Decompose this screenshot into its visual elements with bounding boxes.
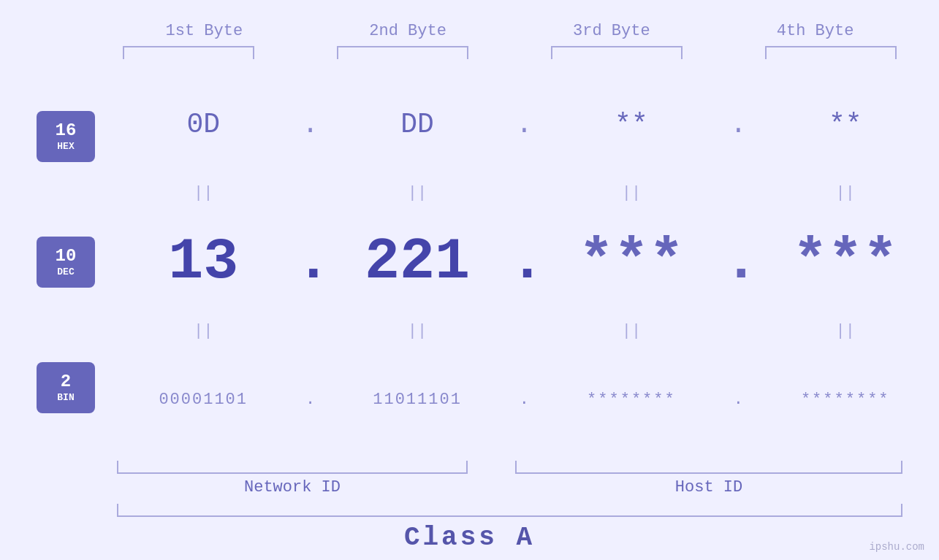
watermark: ipshu.com bbox=[869, 541, 924, 553]
equals-row-1: || || || || bbox=[110, 183, 939, 204]
dec-b4: *** bbox=[793, 233, 898, 291]
byte2-header: 2nd Byte bbox=[327, 22, 488, 40]
eq2-b4: || bbox=[765, 322, 926, 340]
dec-b3-cell: *** bbox=[551, 233, 712, 291]
byte1-header: 1st Byte bbox=[123, 22, 284, 40]
hex-dot2: . bbox=[509, 109, 539, 140]
dec-b3: *** bbox=[579, 233, 684, 291]
hex-row: 0D . DD . ** . ** bbox=[110, 66, 939, 183]
eq2-b1: || bbox=[123, 322, 284, 340]
main-container: 1st Byte 2nd Byte 3rd Byte 4th Byte 16 H… bbox=[0, 0, 939, 560]
bin-b4-cell: ******** bbox=[765, 391, 926, 409]
hex-b4: ** bbox=[829, 109, 862, 140]
dec-b2-cell: 221 bbox=[337, 233, 498, 291]
dec-row: 13 . 221 . *** . *** bbox=[110, 204, 939, 321]
hex-dot3: . bbox=[723, 109, 753, 140]
hex-badge: 16 HEX bbox=[37, 111, 95, 162]
hex-b1-cell: 0D bbox=[123, 109, 284, 140]
hex-b2: DD bbox=[400, 109, 434, 140]
top-brackets bbox=[0, 46, 939, 59]
bracket-top-2 bbox=[337, 46, 468, 59]
byte-headers: 1st Byte 2nd Byte 3rd Byte 4th Byte bbox=[0, 22, 939, 40]
full-bottom-bracket bbox=[117, 504, 902, 517]
bin-dot2: . bbox=[509, 391, 539, 409]
bin-b1-cell: 00001101 bbox=[123, 391, 284, 409]
dec-badge-number: 10 bbox=[56, 248, 77, 265]
bin-badge-label: BIN bbox=[57, 392, 74, 403]
dec-b1: 13 bbox=[168, 233, 238, 291]
bin-row: 00001101 . 11011101 . ******** . bbox=[110, 342, 939, 458]
network-id-label: Network ID bbox=[117, 478, 468, 496]
dec-dot3: . bbox=[723, 233, 753, 291]
dec-dot2: . bbox=[509, 233, 539, 291]
bin-badge: 2 BIN bbox=[37, 362, 95, 413]
eq2-b2: || bbox=[337, 322, 498, 340]
equals-row-2: || || || || bbox=[110, 320, 939, 342]
bin-badge-number: 2 bbox=[61, 373, 71, 391]
labels-column: 16 HEX 10 DEC 2 BIN bbox=[22, 66, 110, 458]
dec-dot1: . bbox=[296, 233, 325, 291]
class-label: Class A bbox=[404, 523, 535, 553]
eq1-b3: || bbox=[551, 184, 712, 202]
eq2-b3: || bbox=[551, 322, 712, 340]
dec-badge-label: DEC bbox=[57, 266, 74, 277]
eq1-b1: || bbox=[123, 184, 284, 202]
eq1-b4: || bbox=[765, 184, 926, 202]
hex-dot1: . bbox=[296, 109, 325, 140]
host-id-bracket bbox=[515, 461, 902, 474]
hex-badge-number: 16 bbox=[56, 122, 77, 139]
dec-badge: 10 DEC bbox=[37, 237, 95, 288]
bin-b3-cell: ******** bbox=[551, 391, 712, 409]
bin-b4: ******** bbox=[801, 391, 890, 409]
eq1-b2: || bbox=[337, 184, 498, 202]
data-column: 0D . DD . ** . ** bbox=[110, 66, 939, 458]
hex-b3: ** bbox=[615, 109, 648, 140]
bracket-top-1 bbox=[123, 46, 254, 59]
class-row: Class A bbox=[0, 523, 939, 553]
hex-b2-cell: DD bbox=[337, 109, 498, 140]
bracket-top-4 bbox=[765, 46, 897, 59]
byte4-header: 4th Byte bbox=[735, 22, 896, 40]
bin-b3: ******** bbox=[587, 391, 676, 409]
network-id-bracket bbox=[117, 461, 468, 474]
hex-badge-label: HEX bbox=[57, 141, 74, 152]
byte3-header: 3rd Byte bbox=[531, 22, 692, 40]
bin-b1: 00001101 bbox=[159, 391, 248, 409]
hex-b4-cell: ** bbox=[765, 109, 926, 140]
dec-b1-cell: 13 bbox=[123, 233, 284, 291]
main-grid: 16 HEX 10 DEC 2 BIN 0D . bbox=[0, 66, 939, 458]
bin-dot3: . bbox=[723, 391, 753, 409]
host-id-label: Host ID bbox=[515, 478, 902, 496]
hex-b3-cell: ** bbox=[551, 109, 712, 140]
bin-b2: 11011101 bbox=[373, 391, 462, 409]
dec-b2: 221 bbox=[365, 233, 470, 291]
bin-b2-cell: 11011101 bbox=[337, 391, 498, 409]
dec-b4-cell: *** bbox=[765, 233, 926, 291]
bracket-top-3 bbox=[551, 46, 683, 59]
hex-b1: 0D bbox=[186, 109, 220, 140]
bin-dot1: . bbox=[296, 391, 325, 409]
